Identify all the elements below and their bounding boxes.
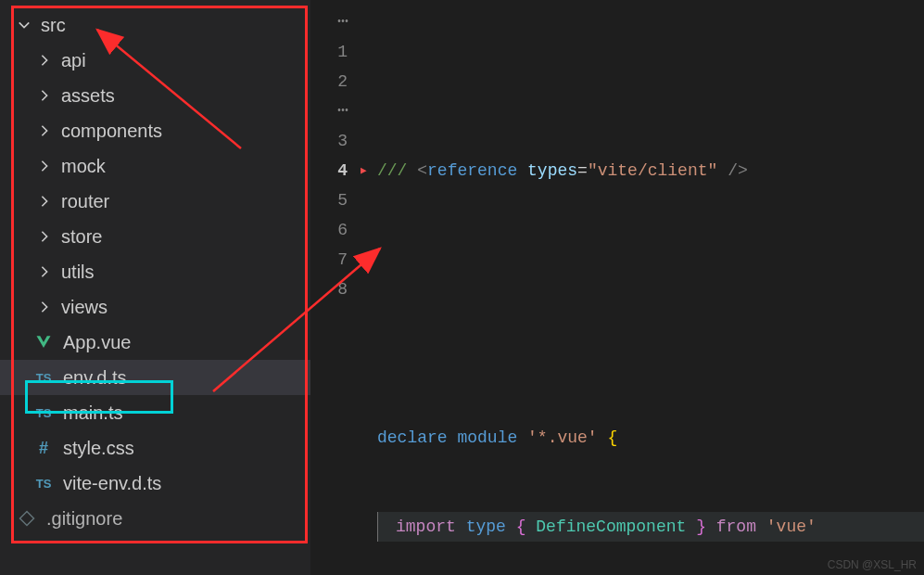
app-container: src api assets components mock router st…	[0, 0, 924, 575]
file-label: main.ts	[63, 402, 122, 424]
folder-label: api	[61, 50, 86, 71]
folder-label: assets	[61, 85, 115, 107]
file-explorer-sidebar: src api assets components mock router st…	[0, 0, 310, 575]
line-number: 1	[310, 37, 348, 67]
file-style-css[interactable]: # style.css	[0, 430, 310, 466]
css-icon: #	[33, 438, 54, 458]
folder-src[interactable]: src	[0, 7, 310, 43]
line-number: 2	[310, 67, 348, 96]
line-number: 6	[310, 215, 348, 245]
folder-label: router	[61, 191, 109, 212]
glyph-margin: ▶	[361, 0, 372, 575]
folder-store[interactable]: store	[0, 219, 310, 254]
file-label: style.css	[63, 438, 134, 459]
vue-icon	[33, 332, 54, 352]
folder-label: components	[61, 121, 162, 142]
typescript-icon: TS	[33, 473, 54, 493]
line-number: 8	[310, 275, 348, 304]
line-number: 7	[310, 245, 348, 275]
folder-components[interactable]: components	[0, 113, 310, 148]
breakpoint-indicator[interactable]: ▶	[361, 156, 372, 185]
file-label: App.vue	[63, 332, 131, 353]
file-env-d-ts[interactable]: TS env.d.ts	[0, 360, 310, 395]
folder-mock[interactable]: mock	[0, 148, 310, 184]
chevron-right-icon	[37, 194, 52, 209]
file-vite-env-d-ts[interactable]: TS vite-env.d.ts	[0, 466, 310, 501]
file-label: .gitignore	[46, 508, 122, 530]
file-app-vue[interactable]: App.vue	[0, 325, 310, 360]
git-icon	[17, 508, 37, 529]
watermark: CSDN @XSL_HR	[828, 558, 917, 571]
folder-api[interactable]: api	[0, 43, 310, 78]
line-number: 3	[310, 126, 348, 156]
line-number: 5	[310, 185, 348, 215]
file-label: vite-env.d.ts	[63, 473, 161, 494]
chevron-right-icon	[37, 88, 52, 103]
folder-label: utils	[61, 262, 95, 283]
folder-views[interactable]: views	[0, 289, 310, 325]
chevron-down-icon	[17, 18, 32, 32]
folder-label: views	[61, 297, 108, 318]
file-gitignore[interactable]: .gitignore	[0, 501, 310, 536]
folder-assets[interactable]: assets	[0, 78, 310, 113]
typescript-icon: TS	[33, 402, 54, 423]
folder-router[interactable]: router	[0, 184, 310, 219]
typescript-icon: TS	[33, 367, 54, 388]
code-content[interactable]: /// <reference types="vite/client" /> de…	[372, 0, 924, 575]
chevron-right-icon	[37, 264, 52, 279]
chevron-right-icon	[37, 159, 52, 173]
file-label: env.d.ts	[63, 367, 127, 389]
code-editor[interactable]: ••• 1 2 ••• 3 4 5 6 7 8 ▶ /// <reference…	[310, 0, 924, 575]
line-number-active: 4	[310, 156, 348, 185]
folder-label: store	[61, 226, 102, 248]
folder-label: mock	[61, 156, 106, 177]
code-fold-indicator[interactable]: •••	[310, 96, 348, 126]
code-fold-indicator[interactable]: •••	[310, 7, 348, 37]
chevron-right-icon	[37, 123, 52, 138]
folder-utils[interactable]: utils	[0, 254, 310, 289]
chevron-right-icon	[37, 300, 52, 314]
chevron-right-icon	[37, 229, 52, 244]
chevron-right-icon	[37, 53, 52, 68]
file-main-ts[interactable]: TS main.ts	[0, 395, 310, 430]
line-number-gutter: ••• 1 2 ••• 3 4 5 6 7 8	[310, 0, 361, 575]
folder-label: src	[41, 15, 66, 36]
